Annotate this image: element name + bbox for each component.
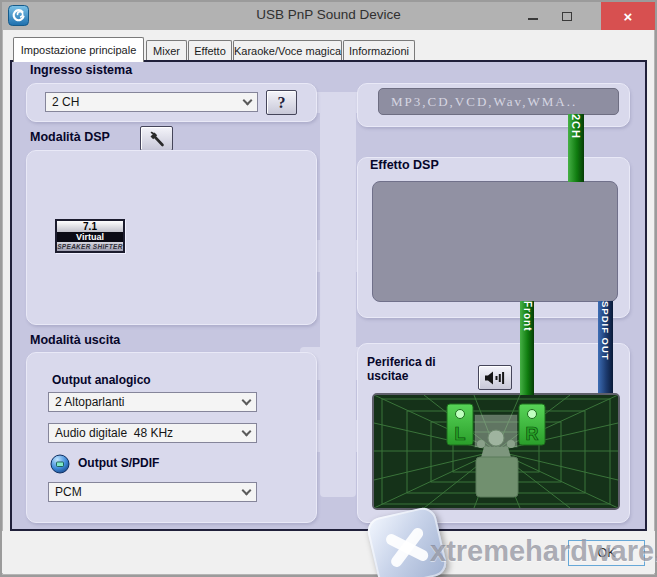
pipe-spdif-out: SPDIF OUT bbox=[598, 301, 613, 393]
input-channel-select[interactable]: 2 CH bbox=[45, 92, 258, 112]
badge-line-71: 7.1 bbox=[57, 221, 123, 232]
chevron-down-icon bbox=[243, 95, 253, 105]
combo-value: PCM bbox=[55, 485, 82, 499]
analog-speaker-select[interactable]: 2 Altoparlanti bbox=[48, 392, 257, 412]
combo-value: 2 Altoparlanti bbox=[55, 395, 124, 409]
main-settings-page: Ingresso sistema 2 CH ? Modalità DSP 7.1… bbox=[10, 60, 647, 531]
output-device-label: Periferica di uscitae bbox=[367, 355, 436, 383]
combo-value: 2 CH bbox=[52, 95, 79, 109]
tab-informazioni[interactable]: Informazioni bbox=[343, 40, 415, 61]
help-button[interactable]: ? bbox=[266, 90, 297, 115]
tab-label: Mixer bbox=[153, 45, 180, 57]
right-speaker-label: R bbox=[526, 424, 539, 444]
tab-label: Impostazione principale bbox=[21, 44, 137, 56]
app-window: USB PnP Sound Device × Impostazione prin… bbox=[0, 0, 657, 577]
output-device-label-line2: uscitae bbox=[367, 369, 436, 383]
tab-effetto[interactable]: Effetto bbox=[188, 40, 232, 61]
tab-label: Karaoke/Voce magica bbox=[234, 45, 341, 57]
right-speaker: R bbox=[519, 404, 545, 445]
combo-value: Audio digitale 48 KHz bbox=[55, 426, 173, 440]
ok-button[interactable]: OK bbox=[568, 540, 645, 566]
chevron-down-icon bbox=[242, 426, 252, 436]
close-button[interactable]: × bbox=[601, 2, 655, 30]
digital-audio-select[interactable]: Audio digitale 48 KHz bbox=[48, 423, 257, 443]
maximize-button[interactable] bbox=[553, 2, 581, 30]
left-speaker: L bbox=[447, 404, 473, 445]
effect-section-heading: Effetto DSP bbox=[370, 158, 439, 172]
pipe-spdif-label: SPDIF OUT bbox=[600, 301, 611, 393]
hammer-icon bbox=[148, 130, 166, 148]
minimize-button[interactable] bbox=[519, 2, 547, 30]
spdif-icon bbox=[50, 454, 70, 474]
maximize-icon bbox=[562, 12, 572, 21]
spdif-output-label: Output S/PDIF bbox=[78, 456, 159, 470]
tab-label: Effetto bbox=[194, 45, 226, 57]
pipe-2ch-label: 2CH bbox=[570, 114, 582, 182]
dsp-tool-button[interactable] bbox=[140, 126, 173, 151]
tab-impostazione-principale[interactable]: Impostazione principale bbox=[13, 37, 144, 62]
analog-output-label: Output analogico bbox=[52, 373, 151, 387]
dsp-effect-area bbox=[372, 181, 618, 302]
ok-button-label: OK bbox=[597, 546, 615, 560]
speaker-icon bbox=[484, 370, 506, 386]
dsp-section-heading: Modalità DSP bbox=[30, 130, 110, 144]
chevron-down-icon bbox=[242, 395, 252, 405]
minimize-icon bbox=[528, 18, 538, 20]
speaker-test-button[interactable] bbox=[478, 365, 512, 390]
left-speaker-label: L bbox=[455, 424, 466, 444]
tab-karaoke-voce-magica[interactable]: Karaoke/Voce magica bbox=[233, 40, 342, 61]
pipe-2ch: 2CH bbox=[568, 114, 584, 182]
chevron-down-icon bbox=[242, 485, 252, 495]
input-section-heading: Ingresso sistema bbox=[30, 63, 132, 77]
audio-source-display: MP3,CD,VCD,Wav,WMA.. bbox=[378, 88, 619, 115]
output-section-heading: Modalità uscita bbox=[30, 333, 120, 347]
spdif-format-select[interactable]: PCM bbox=[48, 482, 257, 502]
pipe-front-label: Front bbox=[522, 301, 533, 395]
close-icon: × bbox=[624, 8, 633, 25]
tab-mixer[interactable]: Mixer bbox=[146, 40, 187, 61]
output-device-label-line1: Periferica di bbox=[367, 355, 436, 369]
dialog-footer: OK bbox=[2, 531, 655, 573]
room-grid: L R bbox=[374, 395, 618, 508]
tab-label: Informazioni bbox=[349, 45, 409, 57]
badge-line-speaker-shifter: SPEAKER SHIFTER bbox=[57, 242, 123, 251]
badge-line-virtual: Virtual bbox=[57, 232, 123, 242]
titlebar: USB PnP Sound Device × bbox=[2, 2, 655, 30]
help-icon: ? bbox=[278, 94, 286, 112]
speaker-room-visualization: L R bbox=[372, 393, 620, 510]
pipe-front: Front bbox=[520, 301, 534, 395]
virtual-speaker-shifter-badge[interactable]: 7.1 Virtual SPEAKER SHIFTER bbox=[55, 219, 125, 253]
